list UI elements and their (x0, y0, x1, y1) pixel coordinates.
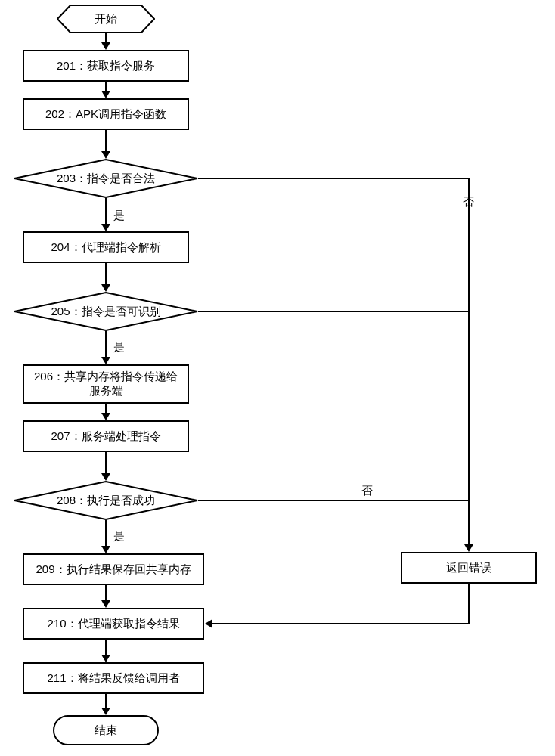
decision-203: 203：指令是否合法 (14, 159, 198, 198)
edge (105, 640, 107, 656)
decision-208: 208：执行是否成功 (14, 481, 198, 520)
edge (468, 584, 470, 624)
step-209-label: 209：执行结果保存回共享内存 (36, 562, 191, 577)
decision-205: 205：指令是否可识别 (14, 292, 198, 331)
edge (105, 263, 107, 286)
step-210-label: 210：代理端获取指令结果 (47, 617, 179, 631)
start-label: 开始 (95, 12, 117, 26)
end-node: 结束 (53, 715, 159, 745)
step-204: 204：代理端指令解析 (23, 231, 189, 263)
edge-label-yes: 是 (113, 529, 125, 544)
arrowhead (464, 544, 473, 552)
step-204-label: 204：代理端指令解析 (51, 240, 160, 255)
step-211: 211：将结果反馈给调用者 (23, 662, 204, 694)
edge (105, 585, 107, 602)
decision-205-label: 205：指令是否可识别 (51, 305, 160, 319)
step-211-label: 211：将结果反馈给调用者 (47, 671, 179, 686)
step-210: 210：代理端获取指令结果 (23, 608, 204, 640)
error-label: 返回错误 (446, 561, 491, 575)
edge-label-yes: 是 (113, 209, 125, 223)
edge (105, 520, 107, 547)
arrowhead (101, 546, 110, 553)
arrowhead (101, 357, 110, 364)
edge (198, 311, 470, 312)
edge (212, 623, 470, 624)
decision-203-label: 203：指令是否合法 (57, 172, 155, 186)
edge (105, 130, 107, 153)
edge (468, 178, 470, 546)
arrowhead (101, 708, 110, 715)
start-node: 开始 (57, 5, 155, 33)
arrowhead (101, 151, 110, 159)
edge (105, 198, 107, 225)
arrowhead (101, 284, 110, 292)
decision-208-label: 208：执行是否成功 (57, 494, 155, 508)
edge-label-yes: 是 (113, 340, 125, 355)
edge (105, 694, 107, 709)
arrowhead (205, 619, 212, 628)
arrowhead (101, 91, 110, 98)
arrowhead (101, 655, 110, 662)
step-201: 201：获取指令服务 (23, 50, 189, 82)
step-207: 207：服务端处理指令 (23, 420, 189, 452)
edge (198, 178, 470, 179)
edge-label-no: 否 (361, 484, 373, 498)
step-206: 206：共享内存将指令传递给服务端 (23, 364, 189, 404)
step-206-label: 206：共享内存将指令传递给服务端 (29, 370, 183, 398)
step-201-label: 201：获取指令服务 (57, 59, 155, 73)
arrowhead (101, 413, 110, 420)
arrowhead (101, 224, 110, 231)
edge (105, 452, 107, 475)
step-207-label: 207：服务端处理指令 (51, 429, 160, 444)
step-209: 209：执行结果保存回共享内存 (23, 553, 204, 585)
error-box: 返回错误 (401, 552, 537, 584)
edge (198, 500, 470, 501)
edge (105, 331, 107, 358)
arrowhead (101, 473, 110, 481)
arrowhead (101, 600, 110, 608)
step-202: 202：APK调用指令函数 (23, 98, 189, 130)
end-label: 结束 (95, 723, 117, 738)
arrowhead (101, 42, 110, 50)
step-202-label: 202：APK调用指令函数 (45, 107, 166, 122)
